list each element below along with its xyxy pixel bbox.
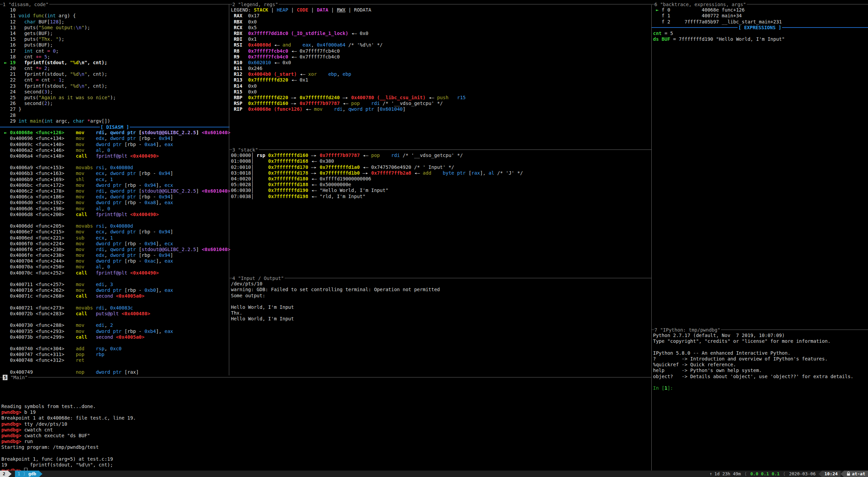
tmux-session-badge[interactable]: 2: [0, 471, 8, 477]
pane-ipython[interactable]: 7 "IPython: tmp/pwndbg" Python 2.7.17 (d…: [652, 327, 868, 391]
terminal-line: Hello World, I'm Input: [231, 304, 651, 310]
terminal-line: R9 0x7ffff7fcb4c0 ◂— 0x7ffff7fcb4c0: [231, 54, 651, 60]
terminal-line: pwndbg> tty /dev/pts/10: [1, 421, 651, 427]
terminal-line: cnt = 5: [653, 31, 868, 36]
pane-border-vertical-left[interactable]: [229, 4, 229, 375]
terminal-line: 12 char BUF[128];: [1, 19, 230, 25]
pane-title-stack: 3 "stack": [230, 147, 651, 153]
terminal-line: 21 fprintf(stdout, "%d\n", cnt);: [1, 71, 230, 77]
terminal-line: ► 0x40068e <func+126> mov rdi, qword ptr…: [1, 130, 230, 136]
terminal-line: Python 2.7.17 (default, Nov 7 2019, 10:0…: [653, 333, 868, 338]
uptime-value: 1d 23h 49m: [714, 471, 741, 476]
hostname-badge: at-at: [844, 471, 868, 477]
terminal-line: [653, 379, 868, 385]
terminal-line: R10 0x602010 ◂— 0x0: [231, 60, 651, 66]
terminal-line: 0x4006c2 <func+178> mov rdi, qword ptr […: [1, 188, 230, 194]
terminal-line: R13 0x7fffffffd320 ◂— 0x1: [231, 77, 651, 83]
pane-title-backtrace: 6 "backtrace, expressions, args": [652, 1, 868, 7]
terminal-line: 0x400748 <func+312> ret: [1, 357, 230, 363]
status-bar-left: 2 1 ⟩ gdb: [0, 471, 42, 477]
terminal-line: 0x40071c <func+268> call second <0x4005a…: [1, 293, 230, 299]
terminal-line: RSP 0x7fffffffd160 —▸ 0x7ffff7b97787 ◂— …: [231, 101, 651, 106]
terminal-line: 0x4006ed <func+221> sub ecx, 1: [1, 235, 230, 241]
terminal-line: 0x4006a4 <func+148> call fprintf@plt <0x…: [1, 153, 230, 159]
terminal-line: 0x4006b3 <func+163> mov ecx, dword ptr […: [1, 171, 230, 176]
terminal-line: 02:0010│ 0x7fffffffd170 —▸ 0x7fffffffd1a…: [231, 164, 651, 170]
terminal-line: 00:0000│ rsp 0x7fffffffd160 —▸ 0x7ffff7b…: [231, 153, 651, 158]
pane-number: 1: [3, 2, 5, 7]
terminal-line: RDX 0x7ffff7dd18c0 (_IO_stdfile_1_lock) …: [231, 31, 651, 36]
pane-stack[interactable]: 3 "stack" 00:0000│ rsp 0x7fffffffd160 —▸…: [230, 147, 651, 199]
terminal-line: RBX 0x0: [231, 19, 651, 25]
terminal-line: Some output:: [231, 293, 651, 299]
pane-number: 7: [654, 327, 657, 333]
pane-number: 6: [654, 2, 657, 7]
tmux-window-tab-gdb[interactable]: 1 ⟩ gdb: [15, 471, 39, 477]
pane-title-disasm-code: 1 "disasm, code": [0, 1, 230, 7]
pane-number: 3: [232, 147, 235, 153]
terminal-line: [1, 386, 651, 392]
registers-listing: LEGEND: STACK | HEAP | CODE | DATA | RWX…: [230, 7, 651, 112]
terminal-line: Hello World, I'm Input: [231, 316, 651, 322]
terminal-line: 0x4006a2 <func+146> mov al, 0: [1, 147, 230, 153]
terminal-line: 19 fprintf(stdout, "%d\n", cnt);: [1, 462, 651, 468]
terminal-line: [1, 299, 230, 305]
pane-main-console[interactable]: 5 "Main" Reading symbols from test...don…: [0, 374, 651, 474]
pane-title-text: "legend, regs": [238, 2, 278, 7]
terminal-line: [1, 159, 230, 165]
terminal-line: 14 gets(BUF);: [1, 31, 230, 36]
terminal-line: f 2 7ffff7a05b97 __libc_start_main+231: [653, 19, 868, 25]
terminal-line: pwndbg> cwatch execute "ds BUF": [1, 433, 651, 439]
terminal-line: pwndbg> run: [1, 439, 651, 444]
terminal-line: In [1]:: [653, 385, 868, 391]
terminal-line: Thx.: [231, 310, 651, 316]
terminal-line: [653, 344, 868, 350]
terminal-line: 0x4006dd <func+205> movabs rsi, 0x40080d: [1, 223, 230, 229]
pane-title-text: "stack": [238, 147, 258, 153]
terminal-line: ► 19 fprintf(stdout, "%d\n", cnt);: [1, 60, 230, 66]
disasm-section-header: [ DISASM ]: [0, 124, 230, 130]
terminal-line: [1, 364, 230, 369]
terminal-line: 18 cnt += 5;: [1, 54, 230, 60]
pane-number-active: 5: [3, 375, 7, 380]
pane-backtrace-expressions[interactable]: 6 "backtrace, expressions, args" ► f 0 4…: [652, 1, 868, 42]
terminal-line: Reading symbols from test...done.: [1, 404, 651, 409]
window-index: 1: [18, 471, 20, 476]
clock-indicator: 10:24: [822, 471, 840, 477]
terminal-line: IPython 5.8.0 -- An enhanced Interactive…: [653, 350, 868, 356]
terminal-line: 0x400735 <func+293> mov dword ptr [rbp -…: [1, 329, 230, 334]
pane-legend-regs[interactable]: 2 "legend, regs" LEGEND: STACK | HEAP | …: [230, 1, 651, 112]
terminal-line: 03:0018│ 0x7fffffffd178 —▸ 0x7fffffffd1b…: [231, 170, 651, 176]
terminal-line: 05:0028│ 0x7fffffffd188 ◂— 0x50000000e: [231, 182, 651, 188]
terminal-line: R12 0x4004b0 (_start) ◂— xor ebp, ebp: [231, 71, 651, 77]
terminal-line: Type "copyright", "credits" or "license"…: [653, 338, 868, 344]
terminal-line: 0x400711 <func+257> mov edi, 3: [1, 282, 230, 287]
stack-listing: 00:0000│ rsp 0x7fffffffd160 —▸ 0x7ffff7b…: [230, 153, 651, 199]
date-indicator: 2020-03-06: [786, 471, 818, 477]
pane-border-vertical-right[interactable]: [651, 4, 652, 471]
terminal-line: [1, 398, 651, 404]
terminal-line: 0x4006b9 <func+169> shl ecx, 1: [1, 177, 230, 182]
terminal-line: 0x400704 <func+244> mov dword ptr [rbp -…: [1, 258, 230, 264]
terminal-line: [1, 276, 230, 282]
pane-disasm-code[interactable]: 1 "disasm, code" 10 11 void func(int arg…: [0, 1, 230, 375]
terminal-line: warning: GDB: Failed to set controlling …: [231, 287, 651, 293]
gdb-console[interactable]: Reading symbols from test...done.pwndbg>…: [0, 380, 651, 474]
terminal-line: 0x4006ca <func+186> mov edx, dword ptr […: [1, 194, 230, 200]
terminal-line: 29 int main(int argc, char *argv[]): [1, 118, 230, 124]
terminal-line: 07:0038│ 0x7fffffffd198 ◂— "rld, I'm Inp…: [231, 194, 651, 199]
terminal-line: help -> Python's own help system.: [653, 368, 868, 373]
terminal-line: 0x400747 <func+311> pop rbp: [1, 352, 230, 357]
terminal-line: object? -> Details about 'object', use '…: [653, 374, 868, 379]
ipython-console[interactable]: Python 2.7.17 (default, Nov 7 2019, 10:0…: [652, 333, 868, 391]
pane-title-legend-regs: 2 "legend, regs": [230, 1, 651, 7]
terminal-line: 0x4006e7 <func+215> mov ecx, dword ptr […: [1, 229, 230, 235]
window-name: gdb: [28, 471, 36, 476]
terminal-line: 0x40070c <func+252> call fprintf@plt <0x…: [1, 270, 230, 276]
terminal-line: R11 0x246: [231, 66, 651, 71]
terminal-line: 0x4006f0 <func+224> mov dword ptr [rbp -…: [1, 241, 230, 247]
terminal-line: 23 fprintf(stdout, "%d\n", cnt);: [1, 83, 230, 89]
terminal-line: 24 second(3);: [1, 89, 230, 95]
load-average: 0.0 0.1 0.1: [748, 471, 782, 477]
pane-input-output[interactable]: 4 "Input / Output" /dev/pts/10warning: G…: [230, 275, 651, 322]
